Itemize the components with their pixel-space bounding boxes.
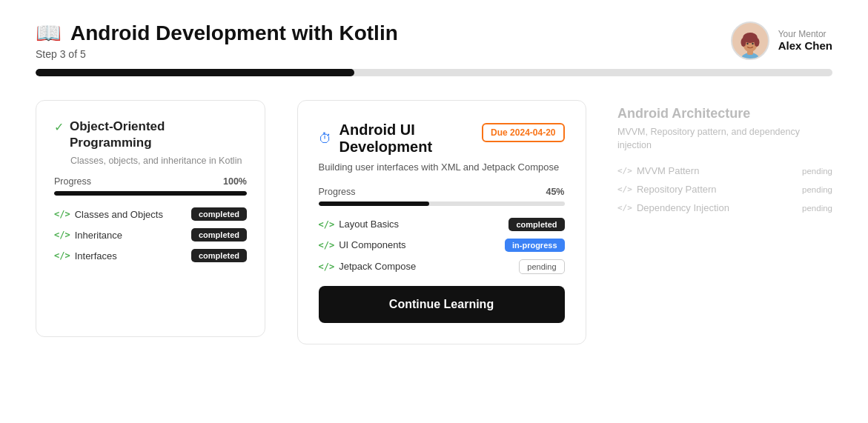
center-description: Building user interfaces with XML and Je… xyxy=(319,160,565,175)
mentor-info: Your Mentor Alex Chen xyxy=(778,29,832,52)
right-topic-left: </> Repository Pattern xyxy=(617,184,717,195)
topic-name: Repository Pattern xyxy=(637,184,717,195)
progress-fill xyxy=(36,69,354,76)
mentor-avatar xyxy=(731,21,769,60)
code-icon: </> xyxy=(319,240,335,250)
code-icon: </> xyxy=(617,184,632,194)
table-row: </> Jetpack Compose pending xyxy=(319,259,565,274)
topic-left: </> Classes and Objects xyxy=(54,209,163,220)
book-icon: 📖 xyxy=(36,21,62,45)
course-title: Android Development with Kotlin xyxy=(70,21,398,45)
oop-progress-value: 100% xyxy=(223,176,247,187)
status-badge: pending xyxy=(519,259,564,274)
center-heading: Android UI Development xyxy=(339,121,483,156)
status-badge: pending xyxy=(802,204,832,213)
table-row: </> UI Components in-progress xyxy=(319,239,565,252)
svg-point-5 xyxy=(754,38,759,47)
code-icon: </> xyxy=(319,219,335,230)
status-badge: completed xyxy=(191,207,247,221)
table-row: </> Dependency Injection pending xyxy=(617,202,832,213)
svg-point-6 xyxy=(746,42,748,44)
page-title: 📖 Android Development with Kotlin xyxy=(36,21,398,45)
header-left: 📖 Android Development with Kotlin Step 3… xyxy=(36,21,398,60)
topic-left: </> UI Components xyxy=(319,239,406,250)
svg-point-4 xyxy=(741,38,746,47)
step-indicator: Step 3 of 5 xyxy=(36,48,398,60)
oop-mini-fill xyxy=(54,191,247,196)
center-progress-row: Progress 45% xyxy=(319,187,565,197)
check-icon: ✓ xyxy=(54,120,64,134)
topic-name: Classes and Objects xyxy=(75,209,163,220)
topic-left: </> Layout Basics xyxy=(319,219,400,230)
topic-name: Interfaces xyxy=(75,250,117,262)
oop-card-title: ✓ Object-Oriented Programming xyxy=(54,119,247,151)
code-icon: </> xyxy=(54,250,70,261)
topic-name: UI Components xyxy=(339,239,405,250)
table-row: </> Interfaces completed xyxy=(54,249,247,262)
status-badge: pending xyxy=(802,167,832,176)
table-row: </> Inheritance completed xyxy=(54,228,247,242)
architecture-heading: Android Architecture xyxy=(617,106,832,121)
status-badge: completed xyxy=(508,218,564,231)
table-row: </> Repository Pattern pending xyxy=(617,184,832,195)
mentor-block: Your Mentor Alex Chen xyxy=(731,21,832,60)
center-progress-value: 45% xyxy=(546,187,564,197)
status-badge: completed xyxy=(191,228,247,242)
continue-learning-button[interactable]: Continue Learning xyxy=(319,286,565,323)
topic-left: </> Inheritance xyxy=(54,230,122,241)
oop-mini-track xyxy=(54,191,247,196)
cards-area: ✓ Object-Oriented Programming Classes, o… xyxy=(0,82,868,344)
oop-card: ✓ Object-Oriented Programming Classes, o… xyxy=(36,100,265,337)
mentor-name: Alex Chen xyxy=(778,39,832,52)
center-header: ⏱ Android UI Development Due 2024-04-20 xyxy=(319,121,565,156)
status-badge: in-progress xyxy=(505,239,565,252)
topic-name: Layout Basics xyxy=(339,219,399,230)
table-row: </> Classes and Objects completed xyxy=(54,207,247,221)
oop-subtitle: Classes, objects, and inheritance in Kot… xyxy=(54,156,247,166)
architecture-card: Android Architecture MVVM, Repository pa… xyxy=(617,100,832,227)
center-title-row: ⏱ Android UI Development xyxy=(319,121,483,156)
table-row: </> MVVM Pattern pending xyxy=(617,165,832,176)
right-topic-left: </> MVVM Pattern xyxy=(617,165,699,176)
header: 📖 Android Development with Kotlin Step 3… xyxy=(0,0,868,69)
topic-name: Jetpack Compose xyxy=(339,261,416,272)
center-mini-track xyxy=(319,201,565,206)
overall-progress-bar xyxy=(0,69,868,76)
code-icon: </> xyxy=(617,203,632,213)
clock-icon: ⏱ xyxy=(319,131,332,147)
topic-left: </> Jetpack Compose xyxy=(319,261,417,272)
mentor-label: Your Mentor xyxy=(778,29,832,39)
code-icon: </> xyxy=(54,209,70,219)
oop-progress-label: Progress xyxy=(54,176,91,187)
center-mini-fill xyxy=(319,201,429,206)
table-row: </> Layout Basics completed xyxy=(319,218,565,231)
center-progress-label: Progress xyxy=(319,187,356,197)
topic-name: Inheritance xyxy=(75,230,122,241)
right-topic-left: </> Dependency Injection xyxy=(617,202,729,213)
due-badge: Due 2024-04-20 xyxy=(482,123,564,142)
code-icon: </> xyxy=(54,230,70,240)
oop-progress-row: Progress 100% xyxy=(54,176,247,187)
svg-point-7 xyxy=(752,42,753,44)
progress-track xyxy=(36,69,832,76)
oop-heading: Object-Oriented Programming xyxy=(70,119,247,151)
status-badge: pending xyxy=(802,185,832,194)
code-icon: </> xyxy=(319,262,335,272)
status-badge: completed xyxy=(191,249,247,262)
topic-name: MVVM Pattern xyxy=(637,165,700,176)
architecture-desc: MVVM, Repository pattern, and dependency… xyxy=(617,126,832,152)
ui-dev-card: ⏱ Android UI Development Due 2024-04-20 … xyxy=(297,100,586,344)
topic-left: </> Interfaces xyxy=(54,250,117,262)
code-icon: </> xyxy=(617,166,632,176)
topic-name: Dependency Injection xyxy=(637,202,729,213)
